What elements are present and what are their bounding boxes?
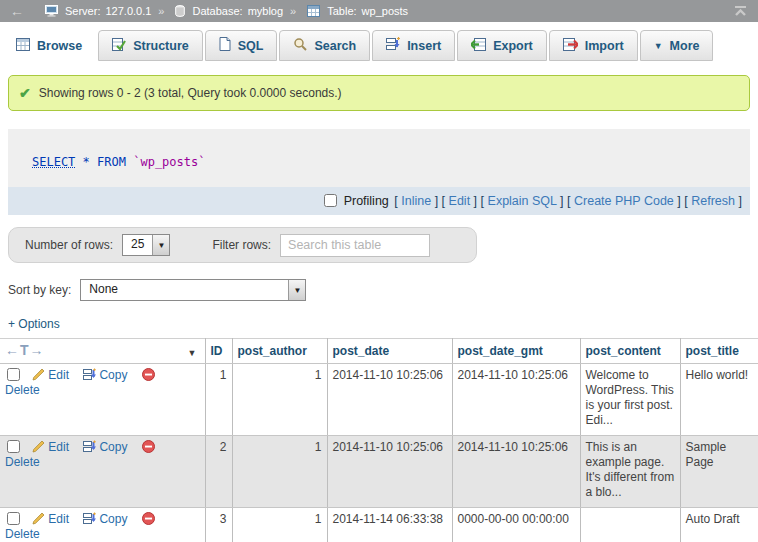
column-header-post-date[interactable]: post_date <box>327 339 452 364</box>
cell-id: 3 <box>205 508 232 542</box>
column-header-id[interactable]: ID <box>205 339 232 364</box>
cell-post-date-gmt: 0000-00-00 00:00:00 <box>452 508 580 542</box>
back-arrow-icon[interactable]: ← <box>10 3 24 19</box>
cell-id: 1 <box>205 364 232 436</box>
copy-row-link[interactable]: Copy <box>83 512 127 526</box>
tab-more[interactable]: ▼ More <box>640 30 714 61</box>
rows-filter-bar: Number of rows: 25 ▼ Filter rows: <box>8 227 477 263</box>
number-of-rows-select[interactable]: 25 ▼ <box>122 234 170 256</box>
tab-export-label: Export <box>493 39 533 53</box>
table-row: Edit Copy Delete 2 1 2014-11-10 10:25:06… <box>0 436 758 508</box>
cell-post-date: 2014-11-10 10:25:06 <box>327 436 452 508</box>
tab-sql[interactable]: SQL <box>205 30 278 61</box>
server-icon <box>45 5 58 17</box>
tab-import[interactable]: Import <box>549 30 638 61</box>
results-table: ←T→ ▼ ID post_author post_date post_date… <box>0 338 758 542</box>
delete-row-link[interactable]: Delete <box>5 512 158 541</box>
cell-post-author: 1 <box>232 364 327 436</box>
breadcrumb-server-value[interactable]: 127.0.0.1 <box>105 5 151 17</box>
tab-browse-label: Browse <box>37 39 82 53</box>
cell-post-content <box>580 508 680 542</box>
import-icon <box>563 38 578 54</box>
sort-by-key-select[interactable]: None ▼ <box>80 279 306 301</box>
cell-id: 2 <box>205 436 232 508</box>
edit-query-link[interactable]: Edit <box>449 194 471 208</box>
sort-by-key-label: Sort by key: <box>8 283 71 297</box>
delete-row-link[interactable]: Delete <box>5 440 158 469</box>
tab-export[interactable]: Export <box>457 30 547 61</box>
row-checkbox[interactable] <box>7 512 20 525</box>
bracket: [ <box>394 194 397 208</box>
profiling-checkbox[interactable] <box>324 194 337 207</box>
edit-pencil-icon <box>32 512 45 525</box>
row-checkbox[interactable] <box>7 368 20 381</box>
create-php-code-link[interactable]: Create PHP Code <box>574 194 674 208</box>
insert-icon <box>386 37 400 54</box>
column-header-post-content[interactable]: post_content <box>580 339 680 364</box>
tab-insert-label: Insert <box>407 39 441 53</box>
cell-post-title: Hello world! <box>680 364 758 436</box>
cell-post-author: 1 <box>232 508 327 542</box>
breadcrumb-database-value[interactable]: myblog <box>248 5 283 17</box>
breadcrumb-separator: » <box>158 5 164 17</box>
sort-by-key-row: Sort by key: None ▼ <box>8 279 758 301</box>
cell-post-date-gmt: 2014-11-10 10:25:06 <box>452 436 580 508</box>
edit-row-link[interactable]: Edit <box>32 368 69 382</box>
inline-link[interactable]: Inline <box>401 194 431 208</box>
breadcrumb-database-label: Database: <box>192 5 242 17</box>
tab-browse[interactable]: Browse <box>2 30 96 61</box>
cell-post-title: Sample Page <box>680 436 758 508</box>
table-icon <box>307 5 320 17</box>
copy-row-link[interactable]: Copy <box>83 368 127 382</box>
column-options-dropdown-icon[interactable]: ▼ <box>188 346 197 361</box>
success-check-icon: ✔ <box>19 85 31 101</box>
explain-sql-link[interactable]: Explain SQL <box>488 194 557 208</box>
chevron-down-icon: ▼ <box>654 41 663 51</box>
bracket: [ <box>481 194 484 208</box>
database-icon <box>175 5 185 17</box>
copy-row-link[interactable]: Copy <box>83 440 127 454</box>
number-of-rows-label: Number of rows: <box>25 238 113 252</box>
table-row: Edit Copy Delete 1 1 2014-11-10 10:25:06… <box>0 364 758 436</box>
column-header-post-date-gmt[interactable]: post_date_gmt <box>452 339 580 364</box>
delete-row-link[interactable]: Delete <box>5 368 158 397</box>
refresh-link[interactable]: Refresh <box>691 194 735 208</box>
row-actions-cell: Edit Copy Delete <box>0 508 205 542</box>
tab-insert[interactable]: Insert <box>372 30 455 61</box>
profiling-label: Profiling <box>344 194 389 208</box>
column-header-post-title[interactable]: post_title <box>680 339 758 364</box>
options-toggle-link[interactable]: + Options <box>8 317 60 331</box>
copy-icon <box>83 368 96 381</box>
row-checkbox[interactable] <box>7 440 20 453</box>
tab-structure-label: Structure <box>133 39 189 53</box>
bracket: ] <box>677 194 680 208</box>
tab-structure[interactable]: Structure <box>98 30 203 61</box>
bracket: [ <box>684 194 687 208</box>
success-message: ✔ Showing rows 0 - 2 (3 total, Query too… <box>8 75 750 111</box>
sql-keyword-select[interactable]: SELECT <box>32 155 75 169</box>
column-header-post-author[interactable]: post_author <box>232 339 327 364</box>
search-icon <box>293 37 307 54</box>
sql-table-ref-text: `wp_posts` <box>133 155 205 169</box>
breadcrumb-bar: ← Server: 127.0.0.1 » Database: myblog »… <box>0 0 758 22</box>
query-actions-strip: Profiling [ Inline ] [ Edit ] [ Explain … <box>8 187 750 215</box>
cell-post-date: 2014-11-10 10:25:06 <box>327 364 452 436</box>
edit-pencil-icon <box>32 368 45 381</box>
table-tabs: Browse Structure SQL Search Insert Expor… <box>0 22 758 61</box>
actions-header-cell: ←T→ ▼ <box>0 339 205 364</box>
edit-row-link[interactable]: Edit <box>32 512 69 526</box>
tab-search[interactable]: Search <box>279 30 370 61</box>
sort-by-key-value: None <box>81 280 288 300</box>
tab-search-label: Search <box>314 39 356 53</box>
collapse-top-icon[interactable] <box>733 5 748 17</box>
filter-rows-input[interactable] <box>280 234 430 257</box>
success-message-text: Showing rows 0 - 2 (3 total, Query took … <box>39 86 342 100</box>
bracket: ] <box>560 194 563 208</box>
cell-post-content: Welcome to WordPress. This is your first… <box>580 364 680 436</box>
breadcrumb-table-value[interactable]: wp_posts <box>362 5 408 17</box>
sql-icon <box>219 37 231 54</box>
sql-query-text: SELECT * FROM `wp_posts` <box>8 129 750 187</box>
edit-row-link[interactable]: Edit <box>32 440 69 454</box>
row-actions-cell: Edit Copy Delete <box>0 364 205 436</box>
horizontal-arrows-icon[interactable]: ←T→ <box>5 342 45 358</box>
